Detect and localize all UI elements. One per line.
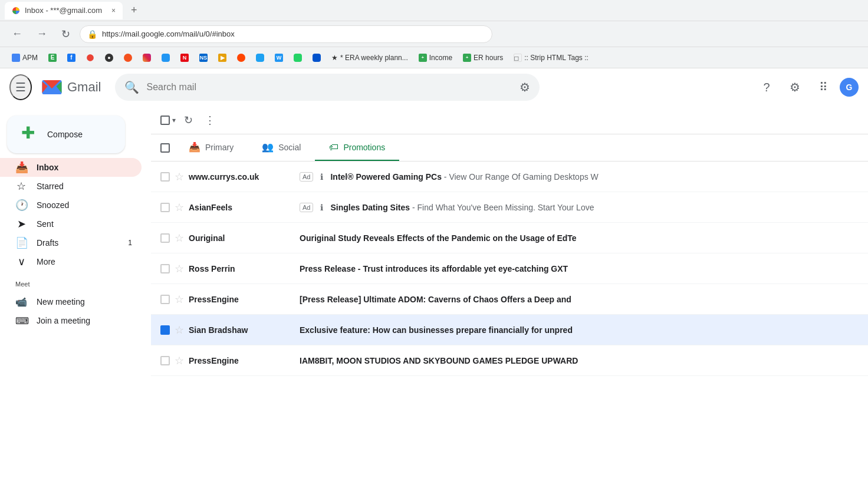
bookmark-trello[interactable] (308, 51, 326, 64)
search-bar[interactable]: 🔍 ⚙ (115, 74, 540, 101)
bookmark-strip-html[interactable]: □:: Strip HTML Tags :: (509, 51, 593, 64)
email-toolbar: ▾ ↻ ⋮ (151, 106, 868, 134)
sidebar-item-more[interactable]: ∨ More (0, 252, 142, 271)
email-sender: PressEngine (189, 295, 295, 304)
forward-button[interactable]: → (32, 25, 52, 42)
bookmark-reddit[interactable] (232, 51, 250, 64)
bookmark-er-icon: + (463, 54, 471, 62)
meet-join-meeting[interactable]: ⌨ Join a meeting (0, 311, 151, 330)
sidebar-starred-label: Starred (37, 182, 132, 191)
tab-close-button[interactable]: × (111, 6, 116, 15)
email-checkbox[interactable] (160, 356, 170, 365)
sidebar-item-starred[interactable]: ☆ Starred (0, 177, 142, 196)
bookmark-era[interactable]: ★* ERA weekly plann... (327, 51, 413, 64)
email-star-icon[interactable]: ☆ (175, 354, 184, 367)
bookmark-income[interactable]: +Income (414, 51, 457, 64)
bookmark-gmail[interactable] (81, 51, 99, 64)
email-content: Singles Dating Sites - Find What You've … (330, 203, 859, 212)
email-row[interactable]: ☆ AsianFeels Ad ℹ Singles Dating Sites -… (151, 192, 868, 223)
apps-button[interactable]: ⠿ (811, 75, 835, 99)
bookmark-apm[interactable]: APM (7, 51, 42, 64)
bookmark-plex[interactable]: ▶ (213, 51, 231, 64)
email-star-icon[interactable]: ☆ (175, 324, 184, 337)
email-checkbox[interactable] (160, 264, 170, 273)
email-row[interactable]: ☆ Ouriginal Ouriginal Study Reveals Effe… (151, 223, 868, 253)
email-checkbox[interactable] (160, 233, 170, 243)
email-star-icon[interactable]: ☆ (175, 232, 184, 245)
search-tune-icon[interactable]: ⚙ (520, 80, 530, 94)
compose-label: Compose (47, 130, 83, 139)
avatar[interactable]: G (840, 78, 859, 97)
bookmark-instagram[interactable] (138, 51, 156, 64)
header-actions: ? ⚙ ⠿ G (755, 75, 859, 99)
sidebar-item-drafts[interactable]: 📄 Drafts 1 (0, 233, 142, 252)
sidebar-item-snoozed[interactable]: 🕐 Snoozed (0, 196, 142, 215)
select-all-checkbox[interactable] (160, 116, 170, 125)
email-star-icon[interactable]: ☆ (175, 201, 184, 214)
email-sender: www.currys.co.uk (189, 172, 295, 182)
email-star-icon[interactable]: ☆ (175, 293, 184, 306)
bookmark-twitter[interactable] (251, 51, 269, 64)
compose-plus-icon: ✚ (21, 124, 35, 142)
bookmark-er-hours[interactable]: +ER hours (458, 51, 508, 64)
hamburger-menu[interactable]: ☰ (9, 74, 32, 100)
bookmark-facebook[interactable]: f (63, 51, 80, 64)
more-options-button[interactable]: ⋮ (201, 110, 219, 130)
gmail-app: ☰ Gmail 🔍 ⚙ ? ⚙ ⠿ G (0, 68, 868, 488)
social-tab-icon: 👥 (262, 141, 274, 153)
email-row[interactable]: ☆ PressEngine [Press Release] Ultimate A… (151, 284, 868, 315)
email-checkbox[interactable] (160, 172, 170, 182)
tab-promotions[interactable]: 🏷 Promotions (315, 134, 399, 161)
tab-primary-checkbox[interactable] (151, 134, 175, 161)
browser-tab[interactable]: Inbox - ***@gmail.com × (5, 2, 123, 19)
chevron-down-icon[interactable]: ▾ (172, 116, 176, 124)
tab-primary[interactable]: 📥 Primary (175, 134, 248, 161)
compose-button[interactable]: ✚ Compose (7, 116, 125, 153)
ad-badge: Ad (300, 172, 313, 182)
email-row[interactable]: ☆ Ross Perrin Press Release - Trust intr… (151, 253, 868, 284)
select-all-wrapper[interactable]: ▾ (160, 116, 176, 125)
refresh-emails-button[interactable]: ↻ (180, 110, 196, 130)
browser-nav-bar: ← → ↻ 🔒 https://mail.google.com/mail/u/0… (0, 21, 868, 47)
bookmark-netflix[interactable]: N (176, 51, 193, 64)
email-star-icon[interactable]: ☆ (175, 170, 184, 183)
bookmark-globe[interactable]: ● (100, 51, 118, 64)
ad-info-icon[interactable]: ℹ (320, 203, 323, 212)
email-subject: Press Release - Trust introduces its aff… (300, 264, 568, 273)
email-star-icon[interactable]: ☆ (175, 262, 184, 275)
bookmark-ns[interactable]: NS (195, 51, 212, 64)
bookmark-wattpad[interactable]: W (270, 51, 288, 64)
gmail-m-icon (41, 77, 63, 98)
email-row[interactable]: ☆ Sian Bradshaw Exclusive feature: How c… (151, 315, 868, 345)
tab-social[interactable]: 👥 Social (248, 134, 315, 161)
bookmark-reddit-icon (237, 54, 245, 62)
email-checkbox[interactable] (160, 325, 170, 335)
settings-button[interactable]: ⚙ (783, 75, 807, 99)
primary-tab-checkbox[interactable] (160, 143, 170, 153)
browser-tab-bar: Inbox - ***@gmail.com × + (0, 0, 868, 21)
help-button[interactable]: ? (755, 75, 778, 99)
sidebar-item-sent[interactable]: ➤ Sent (0, 215, 142, 233)
search-input[interactable] (146, 82, 512, 93)
email-main: ▾ ↻ ⋮ 📥 Primary 👥 Social 🏷 (151, 106, 868, 488)
back-button[interactable]: ← (7, 25, 27, 42)
bookmark-fire[interactable] (119, 51, 137, 64)
refresh-button[interactable]: ↻ (57, 25, 75, 43)
bookmark-fb-icon: f (67, 54, 75, 62)
bookmark-e[interactable]: E (44, 51, 61, 64)
email-row[interactable]: ☆ www.currys.co.uk Ad ℹ Intel® Powered G… (151, 161, 868, 192)
email-checkbox[interactable] (160, 203, 170, 212)
sidebar-inbox-label: Inbox (37, 163, 132, 172)
address-bar[interactable]: 🔒 https://mail.google.com/mail/u/0/#inbo… (80, 25, 492, 43)
bookmark-gmail-icon (86, 54, 94, 62)
inbox-icon: 📥 (15, 161, 27, 174)
email-row[interactable]: ☆ PressEngine IAM8BIT, MOON STUDIOS AND … (151, 345, 868, 376)
bookmark-whatsapp[interactable] (289, 51, 307, 64)
ad-info-icon[interactable]: ℹ (320, 172, 323, 182)
sidebar-item-inbox[interactable]: 📥 Inbox (0, 158, 142, 177)
bookmark-asana[interactable] (157, 51, 175, 64)
email-checkbox[interactable] (160, 295, 170, 304)
email-content: Exclusive feature: How can businesses pr… (300, 325, 859, 335)
meet-new-meeting[interactable]: 📹 New meeting (0, 292, 151, 311)
new-tab-button[interactable]: + (127, 3, 141, 18)
